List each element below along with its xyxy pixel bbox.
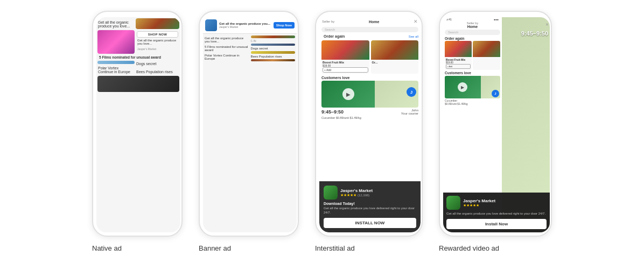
native-col-left-2 (97, 30, 135, 54)
native-row-4: Polar Vortex Continue in Europe Dogs sec… (97, 61, 179, 75)
inter-stars: ★★★★★ (340, 193, 356, 197)
reward-video-row: ▶ J (445, 76, 500, 98)
native-films-label: 5 Films nominated for unusual award (97, 55, 179, 60)
reward-signal: ●●● (494, 18, 499, 21)
reward-video-thumb[interactable]: ▶ (445, 76, 481, 98)
banner-content: Get all the organic produce you love... … (203, 34, 297, 63)
native-polar-caption: Polar Vortex Continue in Europe (97, 65, 135, 75)
inter-video-thumb[interactable]: ▶ (321, 81, 375, 108)
banner-phone: Get all the organic produce you... Jaspe… (199, 11, 299, 237)
native-dog-caption: Dogs secret (136, 61, 179, 67)
reward-close-icon[interactable]: ✕ (545, 23, 549, 26)
reward-ad-item: 9:41 ●●● Seller by Home Search Order aga… (439, 11, 552, 252)
close-icon[interactable]: ✕ (414, 19, 418, 24)
reward-product-2 (473, 41, 500, 70)
inter-header: Seller by Home ✕ (319, 17, 421, 26)
reward-products: Boost Fruit Mix $19.00 + Add (443, 41, 502, 70)
reward-avatar: J (492, 90, 499, 97)
banner-top: Get all the organic produce you... Jaspe… (203, 17, 297, 34)
native-row-1: Get all the organic produce you love... (97, 18, 179, 29)
inter-product-img-1 (321, 40, 369, 60)
inter-product-img-2 (371, 40, 419, 60)
inter-cucumber-price: $0.89/unit $1.49/kg (336, 116, 361, 119)
inter-order-label: Order again (321, 33, 347, 39)
inter-download-title: Download Today! (324, 202, 416, 205)
ad-showcase: Get all the organic produce you love... (92, 11, 552, 252)
play-icon[interactable]: ▶ (342, 88, 354, 100)
reward-order-label: Order again (443, 36, 502, 41)
banner-dog-caption: Dogs secret (251, 47, 296, 50)
banner-logo (205, 19, 217, 31)
native-phone: Get all the organic produce you love... (92, 11, 183, 237)
inter-courier-info: John Your courier (401, 109, 418, 115)
reward-app-desc: Get all the organic produce you love del… (446, 212, 547, 216)
native-col-right (136, 18, 179, 29)
native-row-5 (97, 76, 179, 92)
reward-app-row: Jasper's Market ★★★★★ (446, 196, 547, 210)
banner-brand: Jasper's Market (219, 25, 271, 29)
reward-home-title: Home (443, 25, 502, 29)
native-brand: Jasper's Market (137, 46, 178, 52)
inter-app-details: Jasper's Market ★★★★★ (12,398) (340, 188, 373, 197)
inter-content: Seller by Home ✕ Search Order again See … (319, 17, 421, 232)
inter-courier-sub: Your courier (401, 112, 418, 115)
inter-search[interactable]: Search (321, 27, 418, 32)
native-col-left: Get all the organic produce you love... (97, 18, 135, 29)
inter-install-btn[interactable]: INSTALL NOW (324, 218, 416, 228)
banner-img-donuts (251, 59, 296, 62)
native-grid: Get all the organic produce you love... (96, 17, 180, 232)
reward-cucumber-price: $0.89/unit $1.49/kg (445, 102, 500, 105)
banner-shop-now[interactable]: Shop Now (274, 22, 295, 29)
reward-play-icon[interactable]: ▶ (458, 82, 467, 92)
reward-add-btn[interactable]: + Add (446, 64, 471, 69)
inter-customers-label: Customers love (319, 75, 421, 81)
native-ad-label: Native ad (92, 244, 122, 252)
banner-bee-caption: Bees Population rises (251, 55, 296, 58)
inter-see-all[interactable]: See all (409, 35, 418, 38)
inter-map: J (375, 81, 418, 108)
native-caption-1: Get all the organic produce you love... (97, 19, 135, 29)
banner-phone-inner: Get all the organic produce you... Jaspe… (203, 17, 297, 232)
inter-ad-label: Interstitial ad (315, 244, 355, 252)
inter-app-desc: Get all the organic produce you love del… (324, 207, 416, 215)
banner-img-ski (251, 44, 296, 46)
reward-product-info: Boost Fruit Mix $19.00 + Add (445, 57, 472, 70)
banner-img-bee (251, 51, 296, 54)
reward-product-1: Boost Fruit Mix $19.00 + Add (445, 41, 472, 70)
banner-films-caption: 5 Films nominated for unusual award (205, 45, 249, 52)
reward-search[interactable]: Search (445, 30, 500, 35)
inter-eta: 9:45–9:50 (321, 109, 344, 115)
reward-ad-overlay: Jasper's Market ★★★★★ Get all the organi… (443, 193, 550, 232)
reward-phone-inner: 9:41 ●●● Seller by Home Search Order aga… (443, 17, 550, 232)
reward-split: 9:41 ●●● Seller by Home Search Order aga… (443, 17, 550, 232)
inter-add-btn-1[interactable]: + Add (323, 67, 368, 73)
native-col-arctic: Polar Vortex Continue in Europe (97, 61, 135, 75)
reward-cucumber-info: Cucumber $0.89/unit $1.49/kg (443, 98, 502, 106)
native-col-right-2: SHOP NOW Get all the organic produce you… (136, 30, 179, 54)
native-img-dark (97, 76, 179, 92)
reward-map-mini: J (481, 76, 500, 98)
reward-search-placeholder: Search (448, 31, 458, 34)
reward-app-name: Jasper's Market (463, 198, 495, 203)
native-img-veggies (136, 18, 179, 29)
native-bee-caption: Bees Population rises (136, 69, 179, 75)
inter-product-1: Boost Fruit Mix $19.00 + Add (321, 40, 369, 74)
reward-product-img-1 (445, 41, 472, 57)
native-col-bee: Dogs secret Bees Population rises (136, 61, 179, 75)
inter-phone: Seller by Home ✕ Search Order again See … (315, 11, 423, 237)
inter-ad-item: Seller by Home ✕ Search Order again See … (315, 11, 423, 252)
inter-ad-overlay: Jasper's Market ★★★★★ (12,398) Download … (319, 181, 421, 232)
native-row-2: SHOP NOW Get all the organic produce you… (97, 30, 179, 54)
banner-cin-tag: C.IN (251, 39, 296, 42)
reward-eta-display: 9:45–9:50 (502, 29, 550, 38)
banner-ad-label: Banner ad (199, 244, 231, 252)
shop-now-btn[interactable]: SHOP NOW (137, 31, 178, 38)
reward-phone: 9:41 ●●● Seller by Home Search Order aga… (439, 11, 552, 237)
inter-product-info-1: Boost Fruit Mix $19.00 + Add (321, 60, 369, 74)
reward-stars: ★★★★★ (463, 203, 495, 208)
native-img-arctic (97, 61, 135, 64)
inter-app-name: Jasper's Market (340, 188, 373, 193)
reward-status-bar: 9:41 ●●● (443, 17, 502, 22)
native-ad-item: Get all the organic produce you love... (92, 11, 183, 252)
reward-install-btn[interactable]: Install Now (446, 219, 547, 229)
